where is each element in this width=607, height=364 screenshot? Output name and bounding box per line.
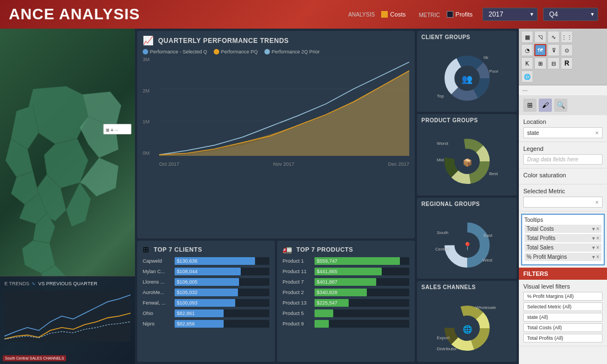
legend-selected-q: Performance - Selected Q bbox=[143, 49, 207, 55]
profits-legend: Profits bbox=[447, 11, 473, 18]
right-panel: ▦ ◹ ∿ ⋮⋮ ◔ 🗺 ⊽ ⊙ K ⊞ ⊟ R 🌐 ··· ⊞ 🖌 🔍 Loc… bbox=[519, 29, 607, 364]
tooltip-total-profits: Total Profits ▾ × bbox=[524, 234, 601, 242]
product-name-2: Product 11 bbox=[283, 269, 311, 274]
filters-title: FILTERS bbox=[523, 270, 603, 277]
quarterly-chart bbox=[159, 57, 409, 156]
sales-channels-card: SALES CHANNELS 🌐 Export Wholesale Distri… bbox=[417, 281, 517, 362]
clients-icon: ⊞ bbox=[143, 245, 149, 254]
tool-search[interactable]: 🔍 bbox=[554, 99, 567, 112]
legend-dot-selected bbox=[143, 49, 148, 55]
products-title: TOP 7 PRODUCTS bbox=[296, 246, 353, 253]
products-icon: 🚛 bbox=[283, 245, 292, 254]
costs-color-box bbox=[381, 11, 388, 18]
panel-toolbar: ⊞ 🖌 🔍 bbox=[519, 95, 607, 115]
tooltip-sales-arrow[interactable]: ▾ bbox=[592, 245, 595, 251]
tooltip-margins-icons: ▾ × bbox=[592, 254, 599, 260]
product-bar-4: $340,828 bbox=[315, 289, 409, 296]
product-value-2: $441,865 bbox=[317, 269, 338, 274]
tooltip-sales-x[interactable]: × bbox=[596, 245, 599, 251]
quarterly-chart-icon: 📈 bbox=[143, 35, 154, 46]
product-donut-svg: 📦 Worst Mid Best bbox=[434, 131, 500, 186]
quarter-dropdown[interactable]: Q4 Q1 Q2 Q3 bbox=[543, 8, 598, 21]
bottom-row: ⊞ TOP 7 CLIENTS Capweld $130,636 Mylan C… bbox=[137, 241, 415, 362]
tooltip-profits-arrow[interactable]: ▾ bbox=[592, 235, 595, 241]
groups-panel: CLIENT GROUPS 👥 0k Poor Top PRODUCT GROU… bbox=[417, 29, 519, 364]
tooltip-costs-x[interactable]: × bbox=[596, 226, 599, 232]
tooltip-profits-x[interactable]: × bbox=[596, 235, 599, 241]
client-row-3: Llorens ... $106,005 bbox=[143, 278, 269, 286]
legend-placeholder[interactable]: Drag data fields here bbox=[523, 154, 603, 165]
icon-gauge[interactable]: ⊙ bbox=[561, 44, 573, 56]
legend-dot-2q bbox=[264, 49, 270, 55]
clients-title: TOP 7 CLIENTS bbox=[154, 246, 202, 253]
icon-line-chart[interactable]: ∿ bbox=[548, 31, 560, 43]
trend-icon: ∿ bbox=[31, 281, 36, 286]
tool-brush[interactable]: 🖌 bbox=[539, 99, 552, 112]
tooltip-costs-arrow[interactable]: ▾ bbox=[592, 226, 595, 232]
product-name-5: Product 13 bbox=[283, 300, 311, 306]
tooltips-title: Tooltips bbox=[524, 217, 601, 223]
filter-total-profits[interactable]: Total Profits (All) bbox=[523, 334, 603, 343]
icon-funnel[interactable]: ⊽ bbox=[548, 44, 560, 56]
icon-kpi[interactable]: K bbox=[521, 57, 533, 69]
location-title: Location bbox=[523, 118, 603, 125]
svg-text:0k: 0k bbox=[484, 55, 489, 60]
clients-card: ⊞ TOP 7 CLIENTS Capweld $130,636 Mylan C… bbox=[137, 241, 275, 362]
client-row-4: AuroMe... $105,032 bbox=[143, 289, 269, 296]
selected-metric-field: × bbox=[523, 197, 603, 208]
products-card: 🚛 TOP 7 PRODUCTS Product 1 $559,747 Prod… bbox=[277, 241, 415, 362]
product-bar-fill-7 bbox=[315, 320, 329, 328]
icon-scatter[interactable]: ⋮⋮ bbox=[561, 31, 573, 43]
icon-matrix[interactable]: ⊟ bbox=[548, 57, 560, 69]
filter-selected-metric[interactable]: Selected Metric (All) bbox=[523, 302, 603, 311]
client-name-3: Llorens ... bbox=[143, 279, 171, 285]
filter-total-costs[interactable]: Total Costs (All) bbox=[523, 323, 603, 332]
client-bar-4: $105,032 bbox=[175, 289, 269, 296]
quarter-dropdown-wrap[interactable]: Q4 Q1 Q2 Q3 bbox=[543, 8, 598, 21]
quarterly-legend: Performance - Selected Q Performance PQ … bbox=[143, 49, 409, 55]
icon-bar-chart[interactable]: ▦ bbox=[521, 31, 533, 43]
icon-table[interactable]: ⊞ bbox=[534, 57, 546, 69]
client-row-2: Mylan C... $108,044 bbox=[143, 268, 269, 275]
regional-groups-title: REGIONAL GROUPS bbox=[421, 201, 480, 207]
location-section: Location state × bbox=[519, 115, 607, 142]
location-clear[interactable]: × bbox=[595, 129, 599, 136]
filter-state[interactable]: state (All) bbox=[523, 313, 603, 322]
legend-pq: Performance PQ bbox=[214, 49, 258, 55]
icon-r[interactable]: R bbox=[561, 57, 573, 69]
selected-metric-section: Selected Metric × bbox=[519, 184, 607, 211]
icon-area-chart[interactable]: ◹ bbox=[534, 31, 546, 43]
main-layout: ⊕ ⊞ ≡ ··· E TRENDS ∿ VS PREVIOUS QUARTER… bbox=[0, 29, 607, 364]
selected-metric-clear[interactable]: × bbox=[595, 199, 599, 205]
regional-groups-card: REGIONAL GROUPS 📍 South East Central Wes… bbox=[417, 198, 517, 279]
icon-pie[interactable]: ◔ bbox=[521, 44, 533, 56]
regional-donut: 📍 South East Central West bbox=[434, 209, 500, 275]
svg-rect-3 bbox=[4, 290, 131, 342]
regional-donut-svg: 📍 South East Central West bbox=[434, 215, 500, 270]
filter-profit-margins[interactable]: % Profit Margins (All) bbox=[523, 292, 603, 301]
tooltip-margins-arrow[interactable]: ▾ bbox=[592, 254, 595, 260]
product-name-6: Product 5 bbox=[283, 311, 311, 316]
year-dropdown-wrap[interactable]: 2017 2016 2018 bbox=[483, 8, 538, 21]
quarterly-svg bbox=[159, 57, 409, 156]
product-bar-6 bbox=[315, 309, 409, 317]
product-name-1: Product 1 bbox=[283, 258, 311, 264]
product-bar-3: $401,887 bbox=[315, 278, 409, 286]
icon-map[interactable]: 🗺 bbox=[534, 44, 546, 56]
client-name-6: Ohio bbox=[143, 311, 171, 316]
tool-grid[interactable]: ⊞ bbox=[523, 99, 536, 112]
center-panel: 📈 QUARTERLY PERFORMANCE TRENDS Performan… bbox=[135, 29, 417, 364]
legend-dot-pq bbox=[214, 49, 219, 55]
client-bar-3: $106,005 bbox=[175, 278, 269, 286]
product-groups-title: PRODUCT GROUPS bbox=[421, 117, 478, 123]
icon-globe2[interactable]: 🌐 bbox=[521, 70, 533, 83]
clients-list: Capweld $130,636 Mylan C... $108,044 bbox=[143, 257, 269, 328]
year-dropdown[interactable]: 2017 2016 2018 bbox=[483, 8, 538, 21]
analysis-legend: ANALYSIS Costs METRIC Profits bbox=[348, 11, 473, 18]
client-groups-donut: 👥 0k Poor Top bbox=[434, 42, 500, 108]
client-bar-7: $82,656 bbox=[175, 320, 269, 328]
tooltip-margins-x[interactable]: × bbox=[596, 254, 599, 260]
svg-text:Top: Top bbox=[437, 94, 444, 99]
vs-label: E TRENDS ∿ VS PREVIOUS QUARTER bbox=[4, 281, 131, 286]
client-value-7: $82,656 bbox=[177, 321, 195, 327]
